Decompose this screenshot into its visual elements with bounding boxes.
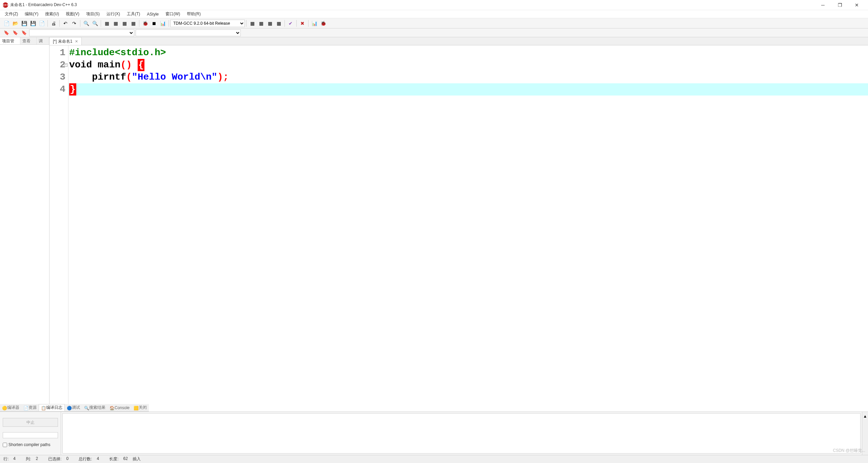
line-number: 2− [50,59,65,71]
code-line[interactable]: void main() { [68,59,868,71]
app-icon: C++ [3,2,8,8]
menu-edit[interactable]: 编辑(Y) [21,10,42,18]
chart-icon[interactable]: 📊 [310,19,318,27]
main-toolbar: 📄 📂 💾 💾 📄 🖨 ↶ ↷ 🔍 🔍 ▦ ▦ ▦ ▦ 🐞 ⏹ 📊 TDM-GC… [0,18,868,28]
code-content[interactable]: #include<stdio.h> void main() { pirntf("… [68,45,868,412]
shorten-paths-row: Shorten compiler paths [0,441,61,448]
line-number: 3 [50,71,65,83]
status-col: 列:2 [26,456,38,462]
editor-tabs: [*] 未命名1 ✕ [50,37,868,45]
main-area: 项目管理 查看类 调试 [*] 未命名1 ✕ 1 2− 3 4 #include… [0,37,868,455]
menu-file[interactable]: 文件(Z) [1,10,21,18]
maximize-button[interactable]: ❐ [835,1,845,9]
menu-project[interactable]: 项目(S) [83,10,103,18]
editor-area: [*] 未命名1 ✕ 1 2− 3 4 #include<stdio.h> vo… [50,37,868,455]
member-select[interactable] [136,29,241,36]
debug-icon[interactable]: 🐞 [141,19,149,27]
bottom-panel-tabs: 🟡编译器 📄资源 📋编译日志 🔵调试 🔍搜索结果 🏠Console 🟨关闭 [0,404,149,412]
tab-class-view[interactable]: 查看类 [20,37,37,44]
compile-progress [3,432,58,438]
tb-icon-4[interactable]: ▦ [275,19,283,27]
menu-help[interactable]: 帮助(R) [183,10,204,18]
editor-tab-label: [*] 未命名1 [53,39,72,44]
status-bar: 行:4 列:2 已选择:0 总行数:4 长度:62插入 [0,455,868,463]
redo-icon[interactable]: ↷ [70,19,78,27]
tab-search-results[interactable]: 🔍搜索结果 [82,404,107,411]
separator [296,20,297,27]
tab-project-manager[interactable]: 项目管理 [0,37,20,44]
rebuild-icon[interactable]: ▦ [129,19,137,27]
class-select[interactable] [29,29,134,36]
tab-debug-bottom[interactable]: 🔵调试 [65,404,82,411]
editor-tab-file1[interactable]: [*] 未命名1 ✕ [50,37,82,45]
search-icon: 🔍 [84,406,88,410]
tab-debug[interactable]: 调试 [37,37,49,44]
compile-log-output[interactable] [62,413,861,454]
minimize-button[interactable]: ─ [818,1,828,9]
code-editor[interactable]: 1 2− 3 4 #include<stdio.h> void main() {… [50,45,868,412]
menu-search[interactable]: 搜索(U) [42,10,62,18]
menu-run[interactable]: 运行(X) [103,10,123,18]
console-icon: 🏠 [110,406,114,410]
secondary-toolbar: 🔖 🔖 🔖 [0,28,868,37]
tb-icon-1[interactable]: ▦ [248,19,256,27]
print-icon[interactable]: 🖨 [50,19,58,27]
resources-icon: 📄 [23,406,27,410]
separator [246,20,246,27]
window-controls: ─ ❐ ✕ [818,1,865,9]
save-all-icon[interactable]: 💾 [29,19,37,27]
left-panel: 项目管理 查看类 调试 [0,37,50,455]
tb-icon-2[interactable]: ▦ [257,19,265,27]
window-title: 未命名1 - Embarcadero Dev-C++ 6.3 [10,2,818,8]
menu-window[interactable]: 窗口(W) [162,10,183,18]
menu-tools[interactable]: 工具(T) [123,10,143,18]
editor-tab-close-icon[interactable]: ✕ [75,39,78,44]
compiler-select[interactable]: TDM-GCC 9.2.0 64-bit Release [170,20,245,27]
project-tree[interactable] [0,45,49,455]
shorten-paths-checkbox[interactable] [3,443,7,447]
tab-close[interactable]: 🟨关闭 [132,404,149,411]
stop-icon[interactable]: ⏹ [150,19,158,27]
separator [47,20,48,27]
replace-icon[interactable]: 🔍 [91,19,99,27]
tab-compile-log[interactable]: 📋编译日志 [39,404,65,411]
compile-run-icon[interactable]: ▦ [120,19,129,27]
tab-compiler[interactable]: 🟡编译器 [0,404,21,411]
save-icon[interactable]: 💾 [20,19,28,27]
run-icon[interactable]: ▦ [112,19,120,27]
log-icon: 📋 [41,406,45,410]
compile-icon[interactable]: ▦ [103,19,111,27]
code-line[interactable]: #include<stdio.h> [68,47,868,59]
fold-icon[interactable]: − [64,63,67,67]
code-line[interactable]: pirntf("Hello World\n"); [68,71,868,83]
profile-icon[interactable]: 📊 [159,19,167,27]
separator [284,20,285,27]
tab-resources[interactable]: 📄资源 [21,404,39,411]
separator [59,20,60,27]
bookmark-icon[interactable]: 🔖 [2,29,11,37]
new-file-icon[interactable]: 📄 [2,19,11,27]
goto-icon[interactable]: 🔖 [11,29,19,37]
status-length: 长度:62插入 [109,456,141,462]
abort-button[interactable]: 中止 [3,418,58,427]
tab-console[interactable]: 🏠Console [107,404,132,411]
undo-icon[interactable]: ↶ [61,19,70,27]
separator [80,20,80,27]
status-row: 行:4 [3,456,16,462]
close-icon[interactable]: 📄 [38,19,46,27]
x-icon[interactable]: ✖ [298,19,307,27]
bottom-panel: 中止 Shorten compiler paths ▲ [0,412,868,455]
shorten-paths-label: Shorten compiler paths [8,442,50,447]
menu-astyle[interactable]: AStyle [143,11,162,17]
open-file-icon[interactable]: 📂 [11,19,19,27]
goto2-icon[interactable]: 🔖 [20,29,28,37]
menu-view[interactable]: 视图(V) [62,10,83,18]
menu-bar: 文件(Z) 编辑(Y) 搜索(U) 视图(V) 项目(S) 运行(X) 工具(T… [0,10,868,18]
separator [169,20,169,27]
check-icon[interactable]: ✔ [287,19,295,27]
bug-icon[interactable]: 🐞 [319,19,327,27]
tb-icon-3[interactable]: ▦ [266,19,274,27]
code-line-current[interactable]: } [68,83,868,96]
close-button[interactable]: ✕ [852,1,862,9]
find-icon[interactable]: 🔍 [82,19,90,27]
